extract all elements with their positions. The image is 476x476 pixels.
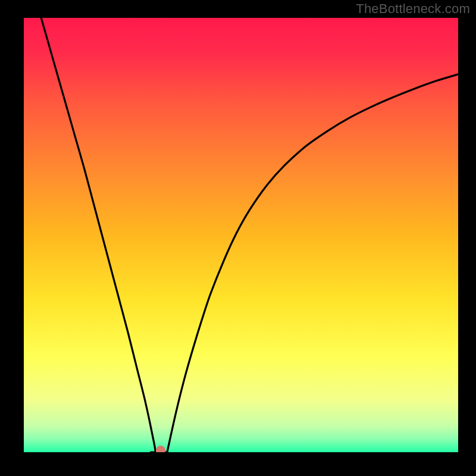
gradient-background xyxy=(24,18,458,452)
attribution-label: TheBottleneck.com xyxy=(356,1,470,17)
chart-frame: TheBottleneck.com xyxy=(0,0,476,476)
plot-area xyxy=(24,18,458,452)
bottleneck-chart xyxy=(24,18,458,452)
